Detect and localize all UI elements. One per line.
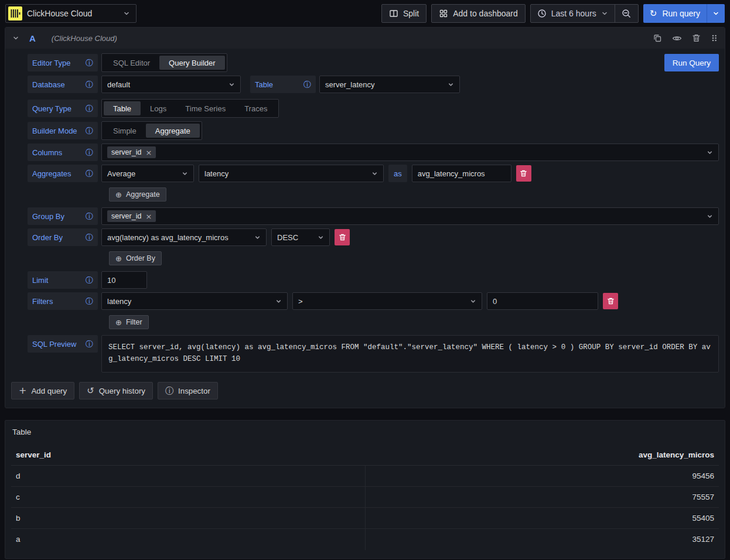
filters-label: Filters ⓘ xyxy=(28,292,98,310)
circle-plus-icon: ⊕ xyxy=(115,255,122,262)
query-builder-option[interactable]: Query Builder xyxy=(159,56,224,70)
aggregates-row: Aggregates ⓘ Average latency as avg_late… xyxy=(28,165,719,182)
chevron-down-icon xyxy=(275,298,282,305)
collapse-chevron-icon[interactable] xyxy=(12,35,19,42)
cell-server-id: a xyxy=(11,529,365,550)
duplicate-query-icon[interactable] xyxy=(653,33,662,43)
sql-preview-text: SELECT server_id, avg(latency) as avg_la… xyxy=(101,335,719,373)
remove-order-by-button[interactable] xyxy=(335,229,350,245)
sync-icon: ↻ xyxy=(650,9,657,18)
query-type-table-option[interactable]: Table xyxy=(104,101,141,115)
query-row-header: A (ClickHouse Cloud) xyxy=(5,28,725,49)
info-icon[interactable]: ⓘ xyxy=(86,59,93,67)
run-query-options-button[interactable] xyxy=(707,4,725,23)
time-range-button[interactable]: Last 6 hours xyxy=(531,5,615,22)
filter-operator-select[interactable]: > xyxy=(292,292,482,310)
clickhouse-logo-icon xyxy=(8,6,22,21)
add-aggregate-button[interactable]: ⊕ Aggregate xyxy=(109,187,166,202)
query-type-timeseries-option[interactable]: Time Series xyxy=(176,101,235,115)
cell-avg-latency: 35127 xyxy=(365,529,719,550)
circle-plus-icon: ⊕ xyxy=(115,319,122,326)
info-icon[interactable]: ⓘ xyxy=(86,127,93,135)
query-type-traces-option[interactable]: Traces xyxy=(235,101,277,115)
aggregate-function-select[interactable]: Average xyxy=(101,165,194,182)
cell-avg-latency: 95456 xyxy=(365,466,719,487)
add-query-button[interactable]: + Add query xyxy=(11,382,74,399)
columns-multiselect[interactable]: server_id × xyxy=(101,144,719,161)
chevron-down-icon xyxy=(182,170,188,177)
editor-type-toggle: SQL Editor Query Builder xyxy=(101,53,227,72)
info-icon[interactable]: ⓘ xyxy=(86,298,93,305)
columns-chip: server_id × xyxy=(107,146,156,158)
group-by-multiselect[interactable]: server_id × xyxy=(101,207,719,225)
editor-type-label: Editor Type ⓘ xyxy=(28,54,98,71)
info-icon[interactable]: ⓘ xyxy=(86,105,93,112)
order-by-field-select[interactable]: avg(latency) as avg_latency_micros xyxy=(101,228,267,246)
info-icon[interactable]: ⓘ xyxy=(86,276,93,284)
info-icon[interactable]: ⓘ xyxy=(86,213,93,220)
info-icon[interactable]: ⓘ xyxy=(86,149,93,156)
info-icon[interactable]: ⓘ xyxy=(303,81,311,88)
aggregate-alias-input[interactable]: avg_latency_micros xyxy=(412,165,511,182)
hide-response-eye-icon[interactable] xyxy=(672,33,682,43)
database-select[interactable]: default xyxy=(101,76,241,93)
columns-label: Columns ⓘ xyxy=(28,144,98,161)
table-row: a 35127 xyxy=(11,529,719,550)
query-type-logs-option[interactable]: Logs xyxy=(141,101,176,115)
add-to-dashboard-button[interactable]: Add to dashboard xyxy=(431,4,526,23)
builder-mode-simple-option[interactable]: Simple xyxy=(104,124,146,138)
trash-icon xyxy=(339,233,346,241)
panel-run-query-button[interactable]: Run Query xyxy=(664,54,719,71)
table-label: Table ⓘ xyxy=(250,76,316,93)
group-by-chip: server_id × xyxy=(107,210,156,222)
chevron-down-icon xyxy=(601,10,608,17)
query-history-button[interactable]: ↺ Query history xyxy=(79,382,153,399)
apps-grid-icon xyxy=(439,9,448,18)
info-icon[interactable]: ⓘ xyxy=(86,234,93,241)
inspector-button[interactable]: ⓘ Inspector xyxy=(158,382,218,399)
remove-filter-button[interactable] xyxy=(603,293,618,309)
sql-editor-option[interactable]: SQL Editor xyxy=(104,56,159,70)
table-panel: Table server_id avg_latency_micros d 954… xyxy=(5,420,725,559)
query-type-label: Query Type ⓘ xyxy=(28,100,98,117)
columns-row: Columns ⓘ server_id × xyxy=(28,144,719,161)
info-icon[interactable]: ⓘ xyxy=(86,81,93,88)
remove-chip-icon[interactable]: × xyxy=(145,149,152,156)
remove-aggregate-button[interactable] xyxy=(516,165,531,182)
filter-value-input[interactable]: 0 xyxy=(487,292,598,310)
info-icon[interactable]: ⓘ xyxy=(86,340,93,348)
order-by-direction-select[interactable]: DESC xyxy=(271,228,330,246)
limit-input[interactable]: 10 xyxy=(101,271,147,289)
run-query-button[interactable]: ↻ Run query xyxy=(643,4,707,23)
info-icon[interactable]: ⓘ xyxy=(86,170,93,177)
table-row: b 55405 xyxy=(11,508,719,529)
column-header-server-id[interactable]: server_id xyxy=(11,446,365,466)
cell-server-id: c xyxy=(11,487,365,508)
trash-icon xyxy=(520,169,527,177)
filter-column-select[interactable]: latency xyxy=(101,292,288,310)
chevron-down-icon xyxy=(123,10,130,17)
query-editor-section: A (ClickHouse Cloud) Editor Type ⓘ xyxy=(5,27,725,408)
add-filter-button[interactable]: ⊕ Filter xyxy=(109,315,149,329)
table-row: c 75557 xyxy=(11,487,719,508)
remove-chip-icon[interactable]: × xyxy=(145,213,152,220)
query-row-actions xyxy=(653,33,718,43)
order-by-label: Order By ⓘ xyxy=(28,228,98,246)
add-order-by-button[interactable]: ⊕ Order By xyxy=(109,251,162,265)
query-type-row: Query Type ⓘ Table Logs Time Series Trac… xyxy=(28,99,719,118)
query-builder-body: Editor Type ⓘ SQL Editor Query Builder R… xyxy=(5,49,725,374)
editor-type-row: Editor Type ⓘ SQL Editor Query Builder R… xyxy=(28,53,719,72)
column-header-avg-latency-micros[interactable]: avg_latency_micros xyxy=(365,446,719,466)
builder-mode-aggregate-option[interactable]: Aggregate xyxy=(146,124,200,138)
builder-mode-toggle: Simple Aggregate xyxy=(101,121,202,140)
drag-handle-icon[interactable] xyxy=(711,33,718,43)
query-ref-id[interactable]: A xyxy=(29,33,36,43)
datasource-picker[interactable]: ClickHouse Cloud xyxy=(5,4,137,23)
remove-query-trash-icon[interactable] xyxy=(692,33,701,43)
info-circle-icon: ⓘ xyxy=(165,387,173,395)
chevron-down-icon xyxy=(448,81,454,88)
aggregate-column-select[interactable]: latency xyxy=(199,165,384,182)
table-select[interactable]: server_latency xyxy=(319,76,460,93)
zoom-out-time-button[interactable] xyxy=(615,5,638,22)
split-button[interactable]: Split xyxy=(381,4,427,23)
